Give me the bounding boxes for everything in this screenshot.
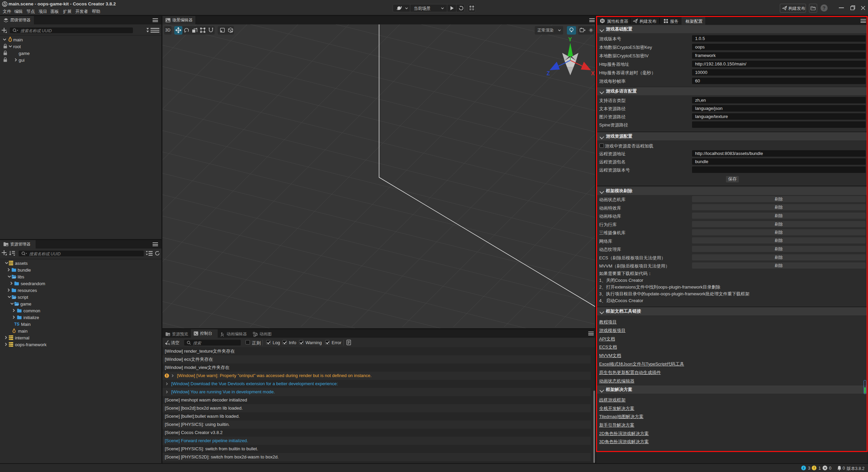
svg-text:X: X	[591, 71, 595, 76]
svg-text:Z: Z	[547, 71, 550, 76]
svg-text:Y: Y	[568, 37, 572, 42]
